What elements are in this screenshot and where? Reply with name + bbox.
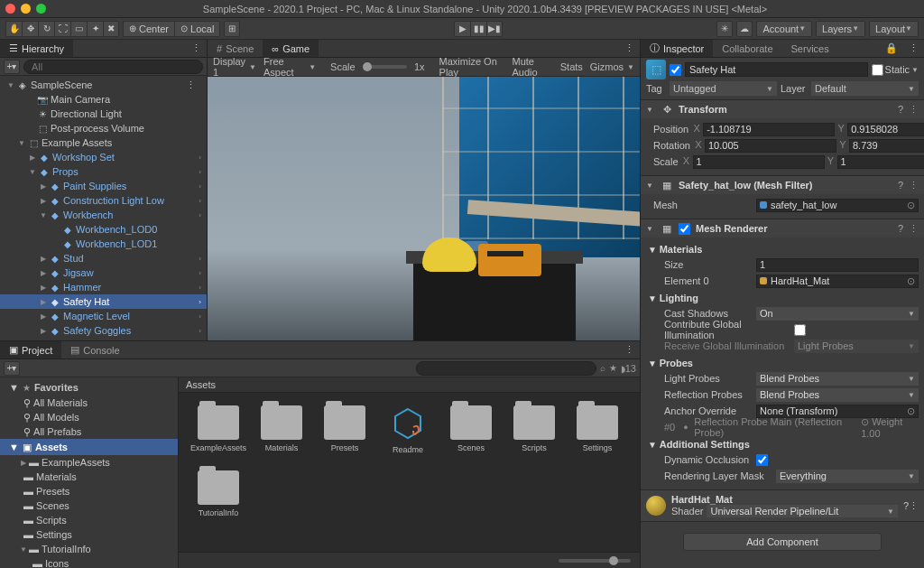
help-icon[interactable]: ?	[898, 180, 903, 191]
zoom-window-button[interactable]	[36, 4, 46, 14]
tree-item-workbench[interactable]: ▼◆Workbench›	[0, 208, 207, 222]
asset-item-settings[interactable]: Settings	[574, 405, 621, 454]
static-dropdown[interactable]: Static ▼	[872, 64, 919, 76]
project-tab[interactable]: ▣ Project	[0, 341, 61, 358]
rendering-layer-mask-dropdown[interactable]: Everything▼	[776, 470, 919, 483]
folder-scenes[interactable]: ▬ Scenes	[0, 498, 178, 513]
rotation-x-input[interactable]	[705, 139, 836, 153]
hidden-filter-icon[interactable]: ◗13	[621, 363, 636, 374]
project-folder-tree[interactable]: ▼★Favorites ⚲ All Materials ⚲ All Models…	[0, 377, 179, 568]
folder-tutorialinfo[interactable]: ▼▬ TutorialInfo	[0, 542, 178, 556]
services-tab[interactable]: Services	[782, 40, 838, 57]
hierarchy-create-button[interactable]: +▾	[4, 60, 20, 74]
layers-dropdown[interactable]: Layers ▼	[816, 21, 865, 37]
collaborate-tab[interactable]: Collaborate	[713, 40, 781, 57]
tree-item-workshop-set[interactable]: ▶◆Workshop Set›	[0, 150, 207, 164]
gameobject-active-checkbox[interactable]	[670, 64, 681, 76]
custom-tool-button[interactable]: ✖	[103, 21, 119, 37]
scale-slider[interactable]	[363, 65, 407, 69]
component-menu[interactable]: ⋮	[909, 223, 919, 235]
folder-scripts[interactable]: ▬ Scripts	[0, 513, 178, 527]
inspector-menu[interactable]: ⋮	[903, 40, 924, 57]
favorite-filter-icon[interactable]: ★	[609, 363, 617, 373]
aspect-dropdown[interactable]: Free Aspect▼	[263, 56, 316, 78]
mute-audio-toggle[interactable]: Mute Audio	[512, 56, 552, 78]
asset-item-readme[interactable]: Readme	[384, 405, 431, 454]
materials-size-input[interactable]	[756, 258, 919, 272]
hierarchy-search-input[interactable]	[23, 60, 203, 74]
asset-item-materials[interactable]: Materials	[258, 405, 305, 454]
fav-all-materials[interactable]: ⚲ All Materials	[0, 396, 178, 410]
inspector-lock-icon[interactable]: 🔒	[880, 40, 903, 57]
scene-tab[interactable]: # Scene	[208, 40, 263, 57]
project-create-button[interactable]: +▾	[4, 361, 20, 376]
tree-item-workbench-lod0[interactable]: ◆Workbench_LOD0	[0, 222, 207, 237]
account-dropdown[interactable]: Account ▼	[756, 21, 812, 37]
pause-button[interactable]: ▮▮	[470, 21, 486, 37]
meshfilter-header[interactable]: ▼▦ Safety_hat_low (Mesh Filter) ?⋮	[641, 176, 924, 194]
assets-root[interactable]: ▼▣Assets	[0, 439, 178, 455]
tree-item-stud[interactable]: ▶◆Stud›	[0, 251, 207, 265]
tree-item-example-assets[interactable]: ▼⬚Example Assets	[0, 135, 207, 150]
stats-toggle[interactable]: Stats	[560, 61, 583, 72]
console-tab[interactable]: ▤ Console	[61, 341, 128, 358]
asset-item-tutorialinfo[interactable]: TutorialInfo	[195, 470, 242, 517]
fav-all-prefabs[interactable]: ⚲ All Prefabs	[0, 424, 178, 439]
display-dropdown[interactable]: Display 1▼	[213, 56, 256, 78]
rotate-tool-button[interactable]: ↻	[38, 21, 54, 37]
project-search-input[interactable]	[416, 361, 596, 376]
hierarchy-tree[interactable]: ▼◈SampleScene⋮ 📷Main Camera ☀Directional…	[0, 76, 207, 358]
gameobject-icon[interactable]: ⬚	[646, 60, 666, 79]
scale-y-input[interactable]	[837, 155, 924, 169]
close-window-button[interactable]	[5, 4, 15, 14]
dynamic-occlusion-checkbox[interactable]	[756, 454, 768, 466]
hierarchy-tab[interactable]: ☰ Hierarchy	[0, 40, 73, 57]
light-probes-dropdown[interactable]: Blend Probes▼	[756, 372, 919, 386]
step-button[interactable]: ▶▮	[486, 21, 503, 37]
folder-icons[interactable]: ▬ Icons	[0, 556, 178, 568]
tree-item-construction-light[interactable]: ▶◆Construction Light Low›	[0, 193, 207, 208]
shader-dropdown[interactable]: Universal Render Pipeline/Lit▼	[707, 505, 897, 517]
lighting-foldout[interactable]: ▼ Lighting	[646, 289, 919, 305]
object-picker-icon[interactable]: ⊙	[907, 275, 915, 287]
tree-item-hammer[interactable]: ▶◆Hammer›	[0, 280, 207, 294]
folder-materials[interactable]: ▬ Materials	[0, 470, 178, 484]
move-tool-button[interactable]: ✥	[22, 21, 38, 37]
object-picker-icon[interactable]: ⊙	[907, 200, 915, 211]
folder-exampleassets[interactable]: ▶▬ ExampleAssets	[0, 455, 178, 470]
hierarchy-menu[interactable]: ⋮	[186, 40, 207, 57]
game-tab[interactable]: ∞ Game	[263, 40, 319, 57]
contribute-gi-checkbox[interactable]	[794, 324, 806, 336]
asset-item-presets[interactable]: Presets	[321, 405, 368, 454]
snap-button[interactable]: ⊞	[224, 21, 240, 37]
tree-item-safety-goggles[interactable]: ▶◆Safety Goggles›	[0, 323, 207, 338]
scale-tool-button[interactable]: ⛶	[54, 21, 70, 37]
component-menu[interactable]: ⋮	[909, 180, 919, 191]
breadcrumb[interactable]: Assets	[186, 379, 216, 390]
tree-item-jigsaw[interactable]: ▶◆Jigsaw›	[0, 265, 207, 280]
layout-dropdown[interactable]: Layout ▼	[869, 21, 919, 37]
scene-panel-menu[interactable]: ⋮	[619, 40, 640, 57]
minimize-window-button[interactable]	[21, 4, 31, 14]
materials-foldout[interactable]: ▼ Materials	[646, 240, 919, 256]
scale-x-input[interactable]	[693, 155, 825, 169]
meshrenderer-header[interactable]: ▼▦ Mesh Renderer ?⋮	[641, 219, 924, 237]
tree-item-magnetic-level[interactable]: ▶◆Magnetic Level›	[0, 309, 207, 323]
tree-item-workbench-lod1[interactable]: ◆Workbench_LOD1	[0, 237, 207, 251]
tree-item-directional-light[interactable]: ☀Directional Light	[0, 107, 207, 121]
add-component-button[interactable]: Add Component	[683, 533, 882, 551]
hand-tool-button[interactable]: ✋	[5, 21, 22, 37]
component-menu[interactable]: ⋮	[909, 104, 919, 116]
renderer-enabled-checkbox[interactable]	[679, 223, 690, 235]
transform-header[interactable]: ▼✥ Transform ?⋮	[641, 100, 924, 118]
mesh-object-field[interactable]: safety_hat_low⊙	[756, 199, 919, 212]
play-button[interactable]: ▶	[454, 21, 470, 37]
grid-size-slider[interactable]	[559, 559, 631, 563]
pivot-center-button[interactable]: ⊕ Center	[123, 21, 174, 37]
asset-item-scripts[interactable]: Scripts	[511, 405, 558, 454]
inspector-tab[interactable]: ⓘ Inspector	[641, 40, 713, 57]
folder-presets[interactable]: ▬ Presets	[0, 484, 178, 498]
search-filter-icon[interactable]: ⌕	[600, 363, 605, 373]
pivot-local-button[interactable]: ⊙ Local	[174, 21, 220, 37]
favorites-section[interactable]: ▼★Favorites	[0, 379, 178, 396]
